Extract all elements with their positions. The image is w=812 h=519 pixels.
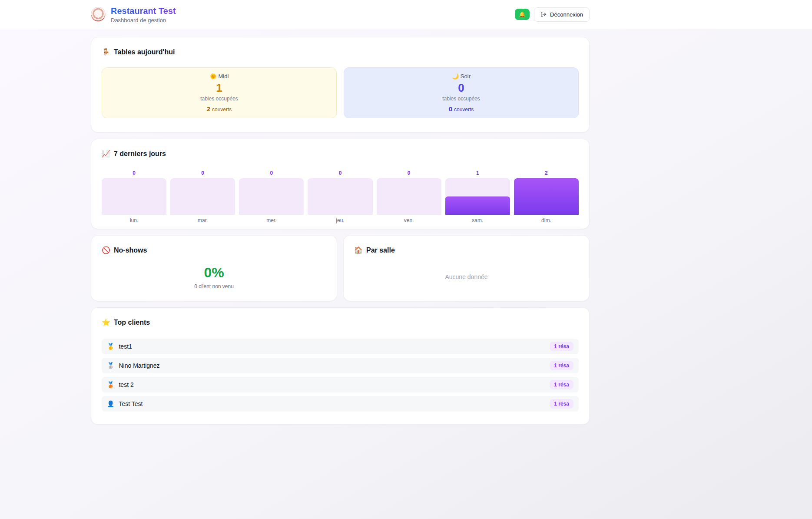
bar-day-label: mar. — [170, 217, 235, 223]
bar-value-label: 0 — [102, 170, 166, 176]
bar-column-jeu: 0 jeu. — [308, 170, 372, 223]
bar-track — [102, 178, 166, 215]
bar-value-label: 0 — [377, 170, 441, 176]
logout-button[interactable]: Déconnexion — [534, 7, 590, 22]
client-name: Test Test — [119, 400, 143, 407]
notifications-button[interactable]: 🔔 — [515, 9, 530, 20]
star-icon: ⭐ — [102, 318, 110, 326]
person-icon: 👤 — [107, 400, 114, 407]
bar-column-ven: 0 ven. — [377, 170, 441, 223]
top-clients-title: Top clients — [114, 319, 150, 326]
last-7-days-card: 📈 7 derniers jours 0 lun. 0 mar. 0 mer. … — [91, 139, 590, 229]
top-clients-list: 🥇 test1 1 résa 🥈 Nino Martignez 1 résa 🥉… — [102, 339, 579, 412]
midi-tables-count: 1 — [109, 81, 329, 95]
bar-day-label: ven. — [377, 217, 441, 223]
top-clients-card: ⭐ Top clients 🥇 test1 1 résa 🥈 Nino Mart… — [91, 307, 590, 425]
app-header: Restaurant Test Dashboard de gestion 🔔 D… — [0, 0, 812, 29]
bar-track — [308, 178, 372, 215]
bar-day-label: jeu. — [308, 217, 372, 223]
reservation-count-badge: 1 résa — [550, 399, 573, 409]
no-entry-icon: 🚫 — [102, 246, 110, 254]
client-row[interactable]: 🥇 test1 1 résa — [102, 339, 579, 354]
par-salle-title: Par salle — [366, 246, 395, 254]
bar-day-label: dim. — [514, 217, 579, 223]
bar-track — [377, 178, 441, 215]
bar-track — [514, 178, 579, 215]
reservation-count-badge: 1 résa — [550, 342, 573, 351]
bar-value-label: 0 — [308, 170, 372, 176]
soir-service-panel: 🌙 Soir 0 tables occupées 0couverts — [344, 67, 579, 118]
client-name: test 2 — [119, 381, 133, 388]
bar-chart: 0 lun. 0 mar. 0 mer. 0 jeu. 0 — [102, 170, 579, 223]
bronze-medal-icon: 🥉 — [107, 381, 114, 388]
last-7-days-title: 7 derniers jours — [114, 150, 166, 158]
bar-value-label: 1 — [445, 170, 510, 176]
client-name: test1 — [119, 343, 132, 350]
no-shows-caption: 0 client non venu — [102, 283, 326, 289]
tables-today-card: 🪑 Tables aujourd'hui 🌞 Midi 1 tables occ… — [91, 37, 590, 133]
soir-covers-caption: couverts — [454, 106, 474, 113]
reservation-count-badge: 1 résa — [550, 380, 573, 389]
bar-column-lun: 0 lun. — [102, 170, 166, 223]
bar-fill — [445, 196, 510, 215]
par-salle-empty-state: Aucune donnée — [354, 254, 579, 292]
house-icon: 🏠 — [354, 246, 363, 254]
client-row[interactable]: 🥉 test 2 1 résa — [102, 377, 579, 393]
midi-service-panel: 🌞 Midi 1 tables occupées 2couverts — [102, 67, 337, 118]
midi-covers-caption: couverts — [212, 106, 232, 113]
page-title: Restaurant Test — [111, 6, 176, 16]
gold-medal-icon: 🥇 — [107, 343, 114, 350]
bar-value-label: 0 — [239, 170, 304, 176]
midi-covers: 2couverts — [109, 105, 329, 113]
soir-label: 🌙 Soir — [351, 73, 571, 80]
bar-column-dim: 2 dim. — [514, 170, 579, 223]
chart-icon: 📈 — [102, 150, 110, 158]
tables-today-title: Tables aujourd'hui — [114, 48, 175, 56]
bar-day-label: lun. — [102, 217, 166, 223]
logout-label: Déconnexion — [550, 11, 583, 18]
midi-label: 🌞 Midi — [109, 73, 329, 80]
par-salle-card: 🏠 Par salle Aucune donnée — [343, 235, 590, 301]
bar-value-label: 2 — [514, 170, 579, 176]
restaurant-logo — [91, 7, 106, 22]
client-row[interactable]: 🥈 Nino Martignez 1 résa — [102, 358, 579, 373]
bar-day-label: mer. — [239, 217, 304, 223]
bar-track — [445, 178, 510, 215]
no-shows-card: 🚫 No-shows 0% 0 client non venu — [91, 235, 337, 301]
bar-track — [239, 178, 304, 215]
bell-icon: 🔔 — [519, 11, 526, 17]
bar-track — [170, 178, 235, 215]
soir-tables-count: 0 — [351, 81, 571, 95]
logout-icon — [540, 11, 547, 17]
no-shows-title: No-shows — [114, 246, 147, 254]
soir-covers: 0couverts — [351, 105, 571, 113]
client-name: Nino Martignez — [119, 362, 159, 369]
soir-tables-caption: tables occupées — [351, 96, 571, 102]
midi-tables-caption: tables occupées — [109, 96, 329, 102]
no-shows-percent: 0% — [102, 265, 326, 281]
bar-column-mar: 0 mar. — [170, 170, 235, 223]
brand: Restaurant Test Dashboard de gestion — [91, 6, 176, 23]
reservation-count-badge: 1 résa — [550, 361, 573, 370]
bar-value-label: 0 — [170, 170, 235, 176]
bar-column-mer: 0 mer. — [239, 170, 304, 223]
chair-icon: 🪑 — [102, 48, 110, 56]
midi-covers-count: 2 — [207, 105, 210, 113]
client-row[interactable]: 👤 Test Test 1 résa — [102, 396, 579, 412]
page-subtitle: Dashboard de gestion — [111, 17, 176, 23]
bar-column-sam: 1 sam. — [445, 170, 510, 223]
silver-medal-icon: 🥈 — [107, 362, 114, 369]
bar-fill — [514, 178, 579, 215]
bar-day-label: sam. — [445, 217, 510, 223]
soir-covers-count: 0 — [449, 105, 452, 113]
